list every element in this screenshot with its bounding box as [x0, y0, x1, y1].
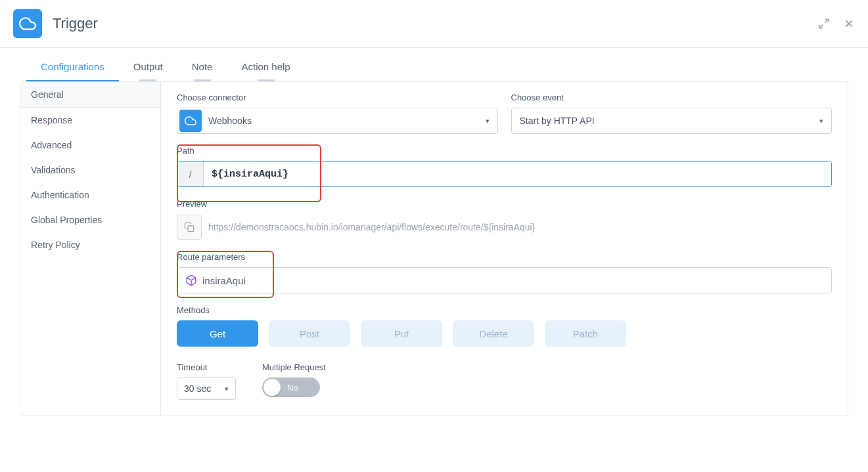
tab-label: Configurations: [41, 61, 104, 72]
event-label: Choose event: [511, 93, 833, 102]
method-put[interactable]: Put: [361, 320, 442, 347]
tab-label: Note: [192, 61, 213, 72]
cloud-icon: [179, 110, 202, 132]
tab-configurations[interactable]: Configurations: [26, 52, 119, 81]
path-prefix: /: [177, 161, 204, 186]
cube-icon: [185, 274, 197, 286]
sidebar-item-global-properties[interactable]: Global Properties: [20, 207, 160, 232]
chevron-down-icon: ▾: [486, 117, 490, 125]
modal-title: Trigger: [53, 15, 98, 32]
preview-label: Preview: [177, 199, 832, 209]
tab-note[interactable]: Note: [177, 52, 227, 81]
main-panel: Choose connector Webhooks ▾ Choose event…: [161, 81, 848, 416]
tab-output[interactable]: Output: [119, 52, 177, 81]
tab-action-help[interactable]: Action help: [227, 52, 304, 81]
method-post[interactable]: Post: [269, 320, 350, 347]
multiple-request-toggle[interactable]: No: [262, 377, 320, 397]
chevron-down-icon: ▾: [225, 385, 229, 393]
route-params-label: Route parameters: [177, 252, 832, 262]
tab-underline: [194, 79, 211, 81]
tab-label: Output: [133, 61, 163, 72]
close-icon[interactable]: [843, 18, 855, 30]
sidebar: General Response Advanced Validations Au…: [20, 81, 161, 416]
path-input-group: /: [177, 161, 832, 187]
sidebar-item-general[interactable]: General: [20, 82, 160, 108]
connector-value: Webhooks: [208, 116, 486, 126]
path-input[interactable]: [204, 161, 831, 186]
event-select[interactable]: Start by HTTP API ▾: [511, 108, 833, 134]
path-label: Path: [177, 146, 832, 156]
tab-underline: [258, 79, 275, 81]
chevron-down-icon: ▾: [819, 117, 823, 125]
tab-underline: [139, 79, 156, 81]
method-delete[interactable]: Delete: [453, 320, 534, 347]
sidebar-item-advanced[interactable]: Advanced: [20, 133, 160, 158]
expand-icon[interactable]: [818, 18, 830, 30]
connector-label: Choose connector: [177, 93, 498, 102]
method-patch[interactable]: Patch: [545, 320, 626, 347]
preview-url: https://demonstracaocs.hubin.io/iomanage…: [208, 222, 535, 232]
timeout-value: 30 sec: [184, 383, 211, 394]
timeout-label: Timeout: [177, 362, 236, 372]
route-param-value: insiraAqui: [202, 275, 246, 286]
method-get[interactable]: Get: [177, 320, 258, 347]
methods-label: Methods: [177, 305, 832, 315]
sidebar-item-validations[interactable]: Validations: [20, 158, 160, 182]
svg-rect-0: [188, 226, 194, 232]
tabs: Configurations Output Note Action help: [0, 52, 868, 81]
connector-select[interactable]: Webhooks ▾: [177, 108, 498, 134]
toggle-knob: [263, 379, 281, 396]
timeout-select[interactable]: 30 sec ▾: [177, 377, 236, 400]
trigger-cloud-icon: [13, 9, 42, 38]
tab-label: Action help: [241, 61, 290, 72]
sidebar-item-retry-policy[interactable]: Retry Policy: [20, 232, 160, 257]
sidebar-item-authentication[interactable]: Authentication: [20, 182, 160, 207]
route-params-box[interactable]: insiraAqui: [177, 267, 832, 293]
multiple-request-label: Multiple Request: [262, 362, 326, 372]
copy-button[interactable]: [177, 215, 202, 240]
toggle-value: No: [287, 383, 298, 393]
event-value: Start by HTTP API: [520, 116, 820, 126]
modal-header: Trigger: [0, 0, 868, 48]
sidebar-item-response[interactable]: Response: [20, 108, 160, 133]
